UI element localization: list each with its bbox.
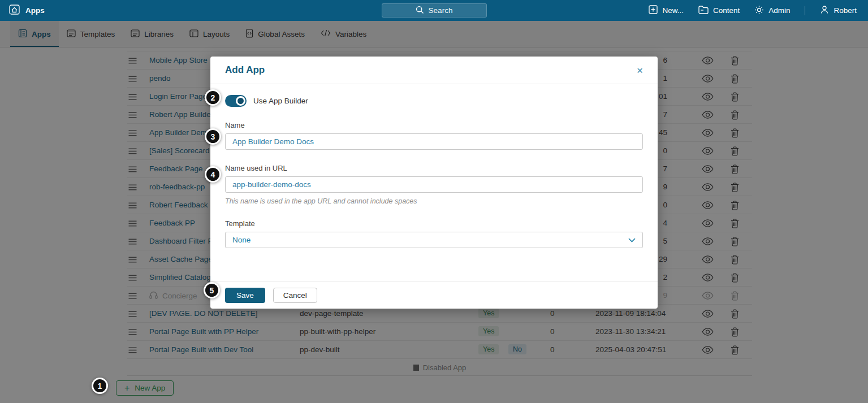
chevron-down-icon (628, 236, 636, 244)
user-menu-button[interactable]: Robert (820, 5, 857, 16)
search-label: Search (429, 6, 453, 15)
add-app-modal: Add App × Use App Builder Name Name used… (210, 57, 658, 309)
url-help-text: This name is used in the app URL and can… (225, 197, 643, 205)
template-field-label: Template (225, 219, 643, 228)
person-icon (820, 5, 829, 16)
callout-3: 3 (205, 128, 221, 145)
admin-menu-button[interactable]: Admin (754, 5, 790, 16)
topbar-divider (805, 6, 805, 15)
search-input[interactable]: Search (382, 3, 487, 18)
gear-icon (754, 5, 764, 16)
modal-title: Add App (225, 64, 265, 76)
save-button[interactable]: Save (225, 288, 265, 303)
top-nav-bar: Apps Search New... Content (0, 0, 868, 21)
template-selected-value: None (232, 236, 251, 244)
plus-square-icon (649, 5, 658, 16)
use-app-builder-toggle[interactable] (225, 95, 247, 107)
app-bar-title: Apps (25, 6, 45, 15)
callout-5: 5 (204, 282, 220, 298)
search-icon (416, 6, 424, 16)
name-field-label: Name (225, 121, 643, 129)
home-icon[interactable] (9, 5, 20, 17)
content-menu-button[interactable]: Content (698, 6, 740, 16)
toggle-label: Use App Builder (253, 97, 308, 105)
name-field[interactable] (225, 133, 643, 150)
folder-icon (698, 6, 709, 16)
close-icon[interactable]: × (637, 65, 643, 76)
cancel-button[interactable]: Cancel (273, 288, 317, 303)
toggle-knob (236, 96, 245, 106)
callout-4: 4 (205, 166, 221, 183)
new-menu-button[interactable]: New... (649, 5, 684, 16)
url-name-field[interactable] (225, 176, 643, 193)
template-select[interactable]: None (225, 232, 643, 248)
url-name-field-label: Name used in URL (225, 164, 643, 172)
callout-2: 2 (205, 89, 221, 106)
callout-1: 1 (92, 378, 108, 394)
